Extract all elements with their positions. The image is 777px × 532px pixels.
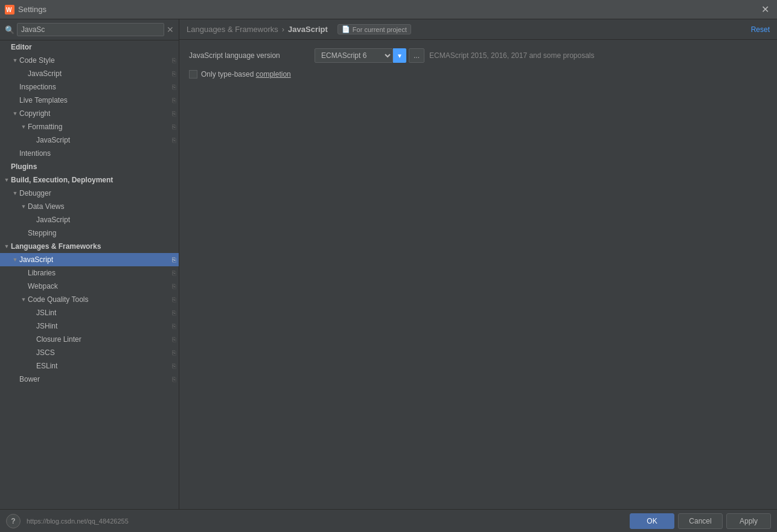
sidebar-item-webpack[interactable]: Webpack ⎘ [0,280,179,293]
breadcrumb-separator: › [282,25,284,34]
sidebar-item-lang-frameworks[interactable]: ▼ Languages & Frameworks [0,240,179,253]
sidebar-item-copyright[interactable]: ▼ Copyright ⎘ [0,107,179,120]
sidebar-item-javascript-debug[interactable]: JavaScript [0,213,179,226]
bottom-bar: ? https://blog.csdn.net/qq_48426255 OK C… [0,509,777,532]
sidebar-item-live-templates[interactable]: Live Templates ⎘ [0,94,179,107]
version-select-container: ECMAScript 3 ECMAScript 5 ECMAScript 6 E… [315,48,424,63]
copy-icon-jslint: ⎘ [172,309,176,316]
breadcrumb-parent: Languages & Frameworks [187,25,278,34]
arrow-jshint [28,322,36,330]
copy-icon-jshint: ⎘ [172,322,176,330]
arrow-debugger: ▼ [11,189,19,197]
sidebar-label-code-style: Code Style [19,56,171,65]
title-bar: W Settings ✕ [0,0,777,19]
arrow-eslint [28,362,36,370]
arrow-editor [2,43,11,51]
sidebar-item-stepping[interactable]: Stepping [0,226,179,240]
sidebar-item-data-views[interactable]: ▼ Data Views [0,200,179,213]
sidebar-item-formatting[interactable]: ▼ Formatting ⎘ [0,120,179,133]
sidebar-item-javascript-fmt[interactable]: JavaScript ⎘ [0,133,179,147]
sidebar-label-data-views: Data Views [28,202,176,211]
sidebar-label-eslint: ESLint [36,362,171,370]
sidebar-label-build-exec: Build, Execution, Deployment [11,176,176,184]
sidebar-item-inspections[interactable]: Inspections ⎘ [0,80,179,94]
copy-icon-live-templates: ⎘ [172,97,176,104]
cancel-button[interactable]: Cancel [678,513,723,529]
dialog-buttons: OK Cancel Apply [630,513,771,529]
arrow-code-quality-tools: ▼ [19,295,28,304]
status-url: https://blog.csdn.net/qq_48426255 [27,518,129,525]
arrow-build-exec: ▼ [2,176,11,184]
arrow-copyright: ▼ [11,109,19,118]
window-title: Settings [18,5,758,14]
arrow-closure-linter [28,335,36,344]
sidebar-label-jscs: JSCS [36,348,171,357]
sidebar-label-code-quality-tools: Code Quality Tools [28,295,171,304]
copy-icon-code-quality-tools: ⎘ [172,296,176,303]
completion-underline: completion [256,70,291,79]
sidebar-item-code-quality-tools[interactable]: ▼ Code Quality Tools ⎘ [0,293,179,306]
sidebar-label-javascript-fmt: JavaScript [36,136,171,144]
content-body: JavaScript language version ECMAScript 3… [179,40,777,509]
copy-icon-code-style: ⎘ [172,57,176,64]
sidebar-label-stepping: Stepping [28,229,176,237]
copy-icon-closure-linter: ⎘ [172,336,176,343]
sidebar-item-libraries[interactable]: Libraries ⎘ [0,266,179,280]
sidebar-item-debugger[interactable]: ▼ Debugger [0,187,179,200]
clear-icon[interactable]: ✕ [167,25,174,34]
content-header: Languages & Frameworks › JavaScript 📄 Fo… [179,19,777,40]
arrow-libraries [19,269,28,277]
copy-icon-bower: ⎘ [172,376,176,383]
sidebar-label-live-templates: Live Templates [19,96,171,104]
help-button[interactable]: ? [6,514,21,528]
sidebar-label-editor: Editor [11,43,176,51]
sidebar-label-copyright: Copyright [19,109,171,118]
sidebar-label-intentions: Intentions [19,149,176,158]
app-icon: W [5,5,14,14]
sidebar-label-inspections: Inspections [19,83,171,91]
search-bar: 🔍 ✕ [0,19,179,40]
copy-icon-js-fmt: ⎘ [172,136,176,144]
arrow-data-views: ▼ [19,202,28,211]
more-button[interactable]: ... [409,48,424,63]
sidebar-item-jscs[interactable]: JSCS ⎘ [0,346,179,359]
sidebar-label-webpack: Webpack [28,282,171,290]
type-based-completion-checkbox[interactable] [189,70,197,79]
sidebar-item-javascript-cs[interactable]: JavaScript ⎘ [0,67,179,80]
reset-button[interactable]: Reset [751,25,770,34]
sidebar-item-jslint[interactable]: JSLint ⎘ [0,306,179,319]
sidebar-label-jslint: JSLint [36,309,171,317]
arrow-lang-frameworks: ▼ [2,242,11,251]
version-select[interactable]: ECMAScript 3 ECMAScript 5 ECMAScript 6 E… [315,48,393,63]
main-container: 🔍 ✕ Editor ▼ Code Style ⎘ JavaScript ⎘ [0,19,777,509]
sidebar-label-libraries: Libraries [28,269,171,277]
sidebar-item-closure-linter[interactable]: Closure Linter ⎘ [0,333,179,346]
sidebar-label-javascript-debug: JavaScript [36,216,176,224]
sidebar-label-plugins: Plugins [11,162,176,171]
dropdown-arrow[interactable]: ▼ [393,48,406,63]
copy-icon-webpack: ⎘ [172,283,176,290]
version-description: ECMAScript 2015, 2016, 2017 and some pro… [429,51,595,60]
arrow-js-cs [19,69,28,78]
arrow-js-fmt [28,136,36,144]
sidebar-item-plugins[interactable]: Plugins [0,160,179,173]
sidebar-item-editor[interactable]: Editor [0,40,179,54]
sidebar-item-code-style[interactable]: ▼ Code Style ⎘ [0,54,179,67]
language-version-label: JavaScript language version [189,51,310,60]
arrow-inspections [11,83,19,91]
sidebar-item-eslint[interactable]: ESLint ⎘ [0,359,179,373]
ok-button[interactable]: OK [630,513,674,529]
search-input[interactable] [17,23,164,36]
sidebar-tree: Editor ▼ Code Style ⎘ JavaScript ⎘ Inspe… [0,40,179,509]
sidebar-label-debugger: Debugger [19,189,176,197]
close-button[interactable]: ✕ [758,2,772,17]
sidebar-item-javascript-main[interactable]: ▼ JavaScript ⎘ [0,253,179,266]
apply-button[interactable]: Apply [726,513,771,529]
project-badge-icon: 📄 [342,25,350,33]
sidebar-item-jshint[interactable]: JSHint ⎘ [0,319,179,333]
sidebar-item-intentions[interactable]: Intentions [0,147,179,160]
arrow-jscs [28,348,36,357]
sidebar-item-bower[interactable]: Bower ⎘ [0,373,179,386]
project-badge-label: For current project [353,26,407,33]
sidebar-item-build-exec[interactable]: ▼ Build, Execution, Deployment [0,173,179,187]
